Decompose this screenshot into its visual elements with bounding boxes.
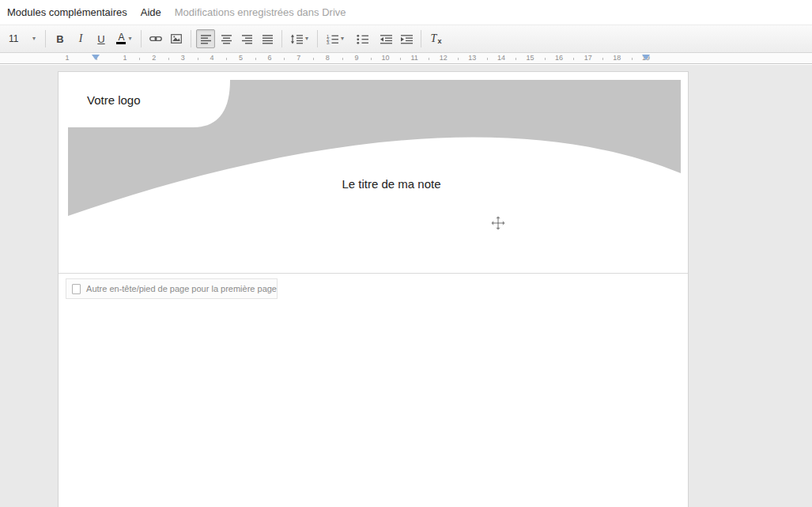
ruler-tick	[284, 58, 285, 60]
ruler-tick	[429, 58, 429, 60]
ruler-scale: 112345678910111213141516171819	[0, 53, 812, 63]
ruler-mark: 18	[613, 54, 621, 62]
document-canvas: Votre logo Le titre de ma note Autre en-…	[0, 65, 812, 507]
ruler-tick	[573, 58, 574, 60]
ruler: 112345678910111213141516171819	[0, 53, 812, 64]
numbered-list-button[interactable]: 1. 2. 3. ▾	[323, 29, 348, 48]
ruler-mark: 14	[497, 54, 505, 62]
ruler-mark: 1	[123, 54, 127, 62]
text-color-button[interactable]: A ▾	[112, 29, 136, 48]
ruler-mark: 13	[468, 54, 476, 62]
ruler-tick	[516, 58, 516, 60]
menu-bar: Modules complémentaires Aide Modificatio…	[0, 0, 812, 25]
header-swoosh	[68, 80, 681, 216]
ruler-tick	[342, 58, 343, 60]
menu-item-aide[interactable]: Aide	[141, 6, 161, 18]
ruler-mark: 8	[326, 54, 330, 62]
align-left-button[interactable]	[196, 29, 215, 48]
ruler-tick	[602, 58, 603, 60]
chevron-down-icon: ▾	[128, 36, 131, 42]
bulleted-list-button[interactable]	[349, 29, 375, 48]
ruler-mark: 5	[239, 54, 243, 62]
italic-label: I	[79, 32, 83, 45]
menu-item-modules-complementaires[interactable]: Modules complémentaires	[7, 6, 127, 18]
clear-formatting-button[interactable]: Tx	[426, 29, 445, 48]
increase-indent-button[interactable]	[397, 29, 416, 48]
bold-button[interactable]: B	[51, 29, 70, 48]
align-right-button[interactable]	[237, 29, 256, 48]
font-size-value: 11	[9, 33, 18, 44]
underline-label: U	[97, 33, 104, 45]
left-indent-marker[interactable]	[92, 55, 100, 60]
toolbar-separator	[317, 30, 318, 47]
underline-button[interactable]: U	[92, 29, 111, 48]
link-icon	[149, 34, 162, 44]
decrease-indent-button[interactable]	[376, 29, 395, 48]
chevron-down-icon: ▾	[305, 36, 308, 42]
ruler-mark: 1	[65, 54, 69, 62]
numbered-list-icon: 1. 2. 3.	[327, 34, 338, 44]
move-cursor-icon	[490, 215, 506, 231]
decrease-indent-icon	[380, 34, 392, 44]
ruler-mark: 2	[152, 54, 156, 62]
text-color-icon: A	[116, 33, 126, 44]
align-right-icon	[242, 34, 252, 44]
align-center-button[interactable]	[217, 29, 236, 48]
ruler-tick	[632, 58, 633, 60]
ruler-tick	[198, 58, 198, 60]
document-page[interactable]: Votre logo Le titre de ma note Autre en-…	[58, 71, 689, 507]
right-indent-marker[interactable]	[642, 55, 650, 60]
toolbar-separator	[421, 30, 421, 47]
align-left-icon	[201, 34, 211, 44]
ruler-mark: 3	[181, 54, 185, 62]
ruler-mark: 15	[526, 54, 534, 62]
ruler-tick	[371, 58, 372, 60]
toolbar-separator	[191, 30, 191, 47]
chevron-down-icon: ▾	[341, 36, 344, 42]
text-color-indicator	[116, 42, 126, 44]
first-page-header-option: Autre en-tête/pied de page pour la premi…	[66, 278, 278, 299]
insert-link-button[interactable]	[146, 29, 165, 48]
increase-indent-icon	[401, 34, 413, 44]
toolbar: 11 ▾ B I U A ▾	[0, 25, 812, 53]
svg-text:3.: 3.	[327, 40, 330, 44]
ruler-tick	[487, 58, 488, 60]
ruler-tick	[545, 58, 546, 60]
insert-image-button[interactable]	[167, 29, 186, 48]
ruler-mark: 17	[584, 54, 592, 62]
ruler-tick	[400, 58, 401, 60]
align-justify-button[interactable]	[258, 29, 277, 48]
note-title-text[interactable]: Le titre de ma note	[59, 177, 688, 191]
ruler-mark: 11	[410, 54, 417, 62]
chevron-down-icon: ▾	[32, 36, 36, 42]
line-spacing-button[interactable]: ▾	[287, 29, 312, 48]
ruler-mark: 16	[555, 54, 563, 62]
ruler-tick	[139, 58, 140, 60]
first-page-header-label[interactable]: Autre en-tête/pied de page pour la premi…	[86, 284, 277, 293]
ruler-tick	[313, 58, 314, 60]
align-center-icon	[221, 34, 232, 44]
ruler-tick	[168, 58, 169, 60]
toolbar-separator	[281, 30, 282, 47]
font-size-select[interactable]: 11 ▾	[2, 29, 40, 48]
first-page-header-checkbox[interactable]	[72, 284, 81, 294]
bulleted-list-icon	[357, 34, 368, 44]
ruler-mark: 6	[268, 54, 272, 62]
clear-formatting-icon: T	[431, 32, 437, 45]
toolbar-separator	[45, 30, 46, 47]
toolbar-separator	[141, 30, 142, 47]
header-boundary-line	[59, 273, 688, 274]
logo-placeholder-text[interactable]: Votre logo	[87, 93, 141, 107]
save-status: Modifications enregistrées dans Drive	[175, 6, 346, 18]
italic-button[interactable]: I	[71, 29, 90, 48]
line-spacing-icon	[291, 34, 303, 44]
bold-label: B	[56, 33, 63, 45]
clear-formatting-sub: x	[437, 37, 441, 45]
app: Modules complémentaires Aide Modificatio…	[0, 0, 812, 507]
ruler-tick	[458, 58, 459, 60]
align-justify-icon	[262, 34, 273, 44]
ruler-mark: 12	[440, 54, 448, 62]
ruler-tick	[226, 58, 227, 60]
ruler-mark: 7	[296, 54, 300, 62]
ruler-mark: 4	[210, 54, 213, 62]
